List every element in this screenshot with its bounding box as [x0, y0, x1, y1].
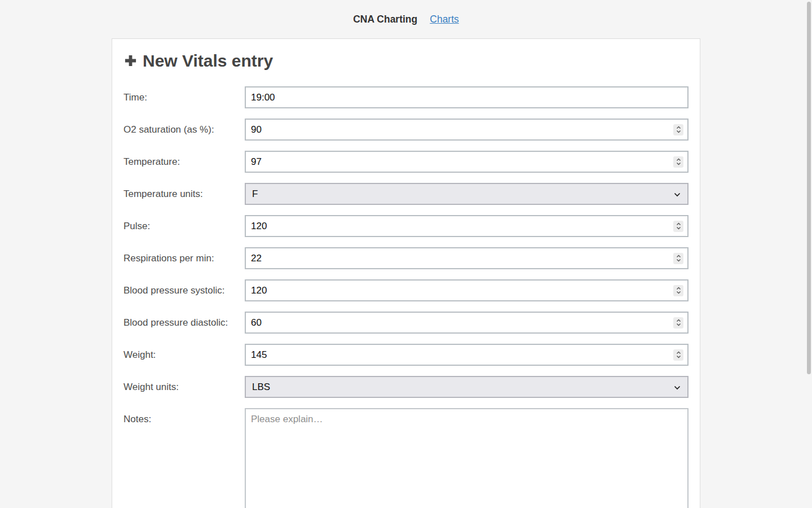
time-input[interactable]: 19:00 [245, 86, 689, 108]
pulse-value: 120 [251, 221, 267, 232]
notes-textarea[interactable] [245, 408, 689, 508]
temperature-input[interactable]: 97 [245, 151, 689, 173]
form-row-temperature: Temperature: 97 [123, 151, 689, 173]
bp-systolic-value: 120 [251, 285, 267, 296]
form-row-weight-units: Weight units: LBS [123, 376, 689, 398]
respirations-value: 22 [251, 253, 262, 264]
form-row-temperature-units: Temperature units: F [123, 183, 689, 205]
pulse-input[interactable]: 120 [245, 215, 689, 237]
pulse-label: Pulse: [123, 215, 245, 237]
new-vitals-card: New Vitals entry Time: 19:00 O2 saturati… [112, 38, 700, 508]
form-row-notes: Notes: [123, 408, 689, 508]
time-value: 19:00 [251, 92, 275, 103]
form-row-time: Time: 19:00 [123, 86, 689, 108]
number-spinner-icon[interactable] [673, 221, 683, 232]
notes-label: Notes: [123, 408, 245, 508]
number-spinner-icon[interactable] [673, 156, 683, 168]
number-spinner-icon[interactable] [673, 349, 683, 361]
number-spinner-icon[interactable] [673, 317, 683, 329]
bp-diastolic-value: 60 [251, 317, 262, 329]
time-label: Time: [123, 86, 245, 108]
weight-input[interactable]: 145 [245, 344, 689, 366]
temperature-value: 97 [251, 156, 262, 168]
bp-diastolic-input[interactable]: 60 [245, 312, 689, 334]
weight-label: Weight: [123, 344, 245, 366]
form-row-o2: O2 saturation (as %): 90 [123, 119, 689, 141]
weight-units-select[interactable]: LBS [245, 376, 689, 398]
bp-systolic-input[interactable]: 120 [245, 279, 689, 301]
bp-systolic-label: Blood pressure systolic: [123, 279, 245, 301]
o2-saturation-label: O2 saturation (as %): [123, 119, 245, 141]
temperature-units-value: F [252, 189, 258, 200]
respirations-input[interactable]: 22 [245, 247, 689, 269]
page-scrollbar[interactable] [807, 2, 811, 374]
o2-saturation-value: 90 [251, 124, 262, 135]
chevron-down-icon [674, 189, 681, 200]
app-title: CNA Charting [353, 14, 417, 25]
number-spinner-icon[interactable] [673, 124, 683, 135]
respirations-label: Respirations per min: [123, 247, 245, 269]
charts-link[interactable]: Charts [430, 14, 459, 25]
card-heading-label: New Vitals entry [143, 50, 273, 71]
chevron-down-icon [674, 382, 681, 393]
form-row-bp-diastolic: Blood pressure diastolic: 60 [123, 312, 689, 334]
top-navigation: CNA Charting Charts [0, 0, 812, 25]
plus-icon [123, 54, 138, 68]
o2-saturation-input[interactable]: 90 [245, 119, 689, 141]
temperature-units-label: Temperature units: [123, 183, 245, 205]
form-row-bp-systolic: Blood pressure systolic: 120 [123, 279, 689, 301]
weight-value: 145 [251, 349, 267, 361]
weight-units-label: Weight units: [123, 376, 245, 398]
number-spinner-icon[interactable] [673, 253, 683, 264]
number-spinner-icon[interactable] [673, 285, 683, 296]
bp-diastolic-label: Blood pressure diastolic: [123, 312, 245, 334]
form-row-respirations: Respirations per min: 22 [123, 247, 689, 269]
form-row-weight: Weight: 145 [123, 344, 689, 366]
weight-units-value: LBS [252, 382, 270, 393]
temperature-label: Temperature: [123, 151, 245, 173]
form-row-pulse: Pulse: 120 [123, 215, 689, 237]
temperature-units-select[interactable]: F [245, 183, 689, 205]
card-heading: New Vitals entry [123, 50, 689, 71]
